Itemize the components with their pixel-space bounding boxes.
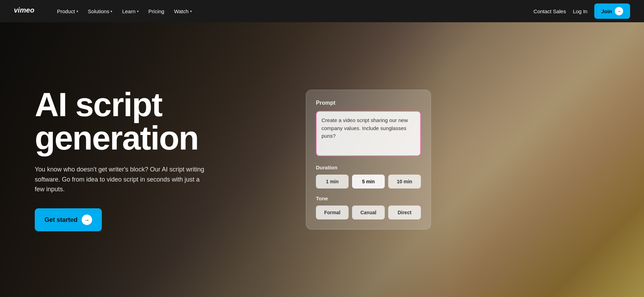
duration-5min[interactable]: 5 min [352, 175, 385, 188]
prompt-card: Prompt Create a video script sharing our… [306, 90, 431, 230]
hero-title: AI script generation [35, 88, 278, 155]
hero-subtitle: You know who doesn't get writer's block?… [35, 164, 205, 194]
nav-learn[interactable]: Learn ▾ [118, 6, 142, 17]
nav-product-label: Product [57, 8, 75, 14]
nav-solutions-label: Solutions [88, 8, 109, 14]
get-started-button[interactable]: Get started → [35, 208, 102, 231]
join-button[interactable]: Join → [594, 3, 630, 19]
tone-label: Tone [316, 195, 421, 201]
duration-buttons: 1 min 5 min 10 min [316, 175, 421, 188]
get-started-label: Get started [44, 216, 78, 224]
duration-label: Duration [316, 164, 421, 170]
tone-casual[interactable]: Casual [352, 206, 385, 219]
nav-learn-label: Learn [122, 8, 135, 14]
tone-buttons: Formal Casual Direct [316, 206, 421, 219]
join-arrow-icon: → [615, 7, 623, 15]
nav-solutions[interactable]: Solutions ▾ [84, 6, 117, 17]
hero-left: AI script generation You know who doesn'… [35, 88, 278, 231]
nav-watch-label: Watch [174, 8, 189, 14]
nav-product-chevron: ▾ [76, 9, 78, 13]
svg-text:vimeo: vimeo [14, 6, 34, 14]
contact-sales-link[interactable]: Contact Sales [533, 8, 566, 14]
prompt-textarea[interactable]: Create a video script sharing our new co… [316, 111, 421, 156]
nav-pricing-label: Pricing [148, 8, 164, 14]
hero-section: AI script generation You know who doesn'… [0, 0, 644, 297]
get-started-arrow-icon: → [82, 215, 92, 225]
navigation: vimeo Product ▾ Solutions ▾ Learn ▾ Pric… [0, 0, 644, 22]
nav-solutions-chevron: ▾ [111, 9, 112, 13]
tone-direct[interactable]: Direct [388, 206, 421, 219]
join-label: Join [601, 8, 612, 14]
vimeo-logo[interactable]: vimeo [14, 6, 42, 17]
nav-right: Contact Sales Log In Join → [533, 3, 630, 19]
duration-10min[interactable]: 10 min [388, 175, 421, 188]
nav-product[interactable]: Product ▾ [53, 6, 82, 17]
duration-1min[interactable]: 1 min [316, 175, 349, 188]
hero-content: AI script generation You know who doesn'… [0, 0, 644, 297]
nav-watch-chevron: ▾ [190, 9, 192, 13]
nav-watch[interactable]: Watch ▾ [170, 6, 196, 17]
nav-learn-chevron: ▾ [137, 9, 139, 13]
prompt-section-label: Prompt [316, 100, 421, 106]
nav-pricing[interactable]: Pricing [144, 6, 169, 17]
nav-links: Product ▾ Solutions ▾ Learn ▾ Pricing Wa… [53, 6, 533, 17]
tone-formal[interactable]: Formal [316, 206, 349, 219]
log-in-link[interactable]: Log In [573, 8, 587, 14]
